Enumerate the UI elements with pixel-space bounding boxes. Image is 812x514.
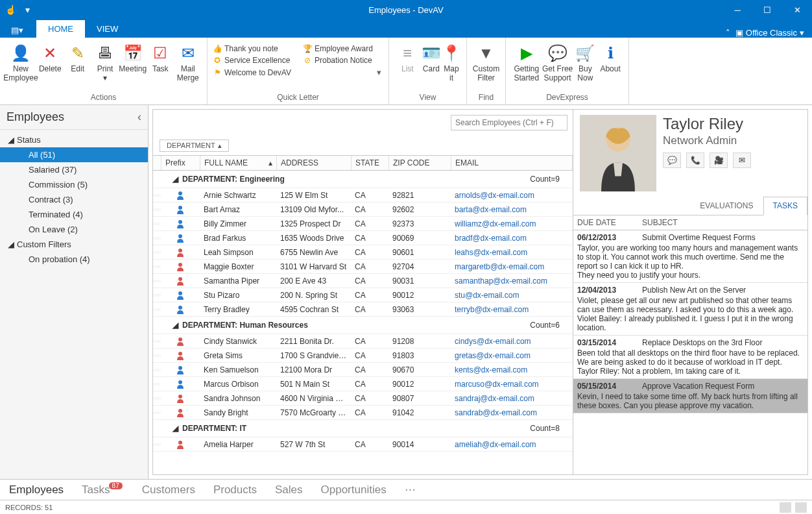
custom-filter-button[interactable]: ▼Custom Filter xyxy=(472,42,500,83)
table-row[interactable]: Brad Farkus1635 Woods DriveCA90069bradf@… xyxy=(153,231,573,245)
qat-dropdown-icon[interactable]: ▾ xyxy=(21,3,34,16)
prefix-icon xyxy=(161,232,200,244)
tab-home[interactable]: HOME xyxy=(36,20,85,38)
quick-letter-thank-you[interactable]: 👍Thank you note xyxy=(213,44,291,53)
video-button[interactable]: 🎥 xyxy=(710,153,728,168)
meeting-button[interactable]: 📅Meeting xyxy=(119,42,147,74)
prefix-icon xyxy=(161,363,200,376)
task-col-due[interactable]: DUE DATE xyxy=(573,215,638,230)
about-button[interactable]: ℹAbout xyxy=(597,42,623,74)
print-button[interactable]: 🖶Print▾ xyxy=(91,42,119,83)
minimize-button[interactable]: ─ xyxy=(722,0,752,19)
tab-evaluations[interactable]: EVALUATIONS xyxy=(690,197,763,215)
layout-view-button-1[interactable] xyxy=(780,502,791,513)
nav-group-status[interactable]: ◢Status xyxy=(0,132,148,147)
grid-body[interactable]: ◢DEPARTMENT: EngineeringCount=9Arnie Sch… xyxy=(153,171,573,474)
mail-merge-button[interactable]: ✉Mail Merge xyxy=(174,42,202,83)
layout-view-button-2[interactable] xyxy=(795,502,807,513)
svg-point-9 xyxy=(178,337,182,341)
quick-letter-welcome[interactable]: ⚑Welcome to DevAV xyxy=(213,67,361,77)
buy-now-button[interactable]: 🛒Buy Now xyxy=(573,42,597,83)
svg-point-14 xyxy=(178,409,182,413)
email-button[interactable]: ✉ xyxy=(733,153,751,168)
group-by-cell[interactable]: DEPARTMENT▴ xyxy=(160,140,229,152)
tab-view[interactable]: VIEW xyxy=(85,20,130,38)
table-row[interactable]: Bart Arnaz13109 Old Myfor...CA92602barta… xyxy=(153,202,573,217)
table-row[interactable]: Terry Bradley4595 Cochran StCA93063terry… xyxy=(153,302,573,317)
quick-letter-expand-icon[interactable]: ▾ xyxy=(372,67,381,77)
task-col-subject[interactable]: SUBJECT xyxy=(638,215,807,230)
nav-products[interactable]: Products xyxy=(213,483,257,496)
table-row[interactable]: Amelia Harper527 W 7th StCA90014ameliah@… xyxy=(153,437,573,452)
col-zip[interactable]: ZIP CODE xyxy=(389,156,451,170)
search-input[interactable] xyxy=(451,115,567,130)
col-fullname[interactable]: FULL NAME ▴ xyxy=(200,156,277,170)
task-item[interactable]: 12/04/2013Publish New Art on the ServerV… xyxy=(573,283,807,336)
task-button[interactable]: ☑Task xyxy=(147,42,174,74)
chat-button[interactable]: 💬 xyxy=(663,153,681,168)
nav-item[interactable]: Commission (5) xyxy=(0,177,148,192)
file-menu-button[interactable]: ▤▾ xyxy=(3,22,31,38)
group-row[interactable]: ◢DEPARTMENT: Human ResourcesCount=6 xyxy=(153,317,573,334)
col-prefix[interactable]: Prefix xyxy=(161,156,200,170)
nav-item[interactable]: On probation (4) xyxy=(0,252,148,267)
nav-item[interactable]: Terminated (4) xyxy=(0,207,148,222)
ribbon-collapse-icon[interactable]: ˄ xyxy=(726,28,730,38)
nav-customers[interactable]: Customers xyxy=(142,483,195,496)
nav-more-icon[interactable]: ⋯ xyxy=(405,483,416,496)
task-item[interactable]: 05/15/2014Approve Vacation Request FormK… xyxy=(573,379,807,413)
maximize-button[interactable]: ☐ xyxy=(752,0,782,19)
task-item[interactable]: 03/15/2014Replace Desktops on the 3rd Fl… xyxy=(573,336,807,379)
view-card-button[interactable]: 🪪Card xyxy=(421,42,442,74)
group-row[interactable]: ◢DEPARTMENT: ITCount=8 xyxy=(153,420,573,437)
view-map-button[interactable]: 📍Map it xyxy=(442,42,461,83)
table-row[interactable]: Ken Samuelson12100 Mora DrCA90670kents@d… xyxy=(153,363,573,377)
view-list-button[interactable]: ≡List xyxy=(394,42,421,74)
close-button[interactable]: ✕ xyxy=(782,0,812,19)
quick-letter-probation[interactable]: ⊘Probation Notice xyxy=(303,56,381,65)
table-row[interactable]: Sandra Johnson4600 N Virginia Rd.CA90807… xyxy=(153,391,573,406)
table-row[interactable]: Greta Sims1700 S Grandview...CA91803gret… xyxy=(153,349,573,363)
col-email[interactable]: EMAIL xyxy=(451,156,573,170)
nav-item[interactable]: All (51) xyxy=(0,147,148,162)
nav-opportunities[interactable]: Opportunities xyxy=(321,483,387,496)
theme-selector[interactable]: ▣ Office Classic ▾ xyxy=(735,28,804,38)
tab-tasks[interactable]: TASKS xyxy=(763,197,807,215)
group-row[interactable]: ◢DEPARTMENT: EngineeringCount=9 xyxy=(153,171,573,188)
nav-employees[interactable]: Employees xyxy=(9,483,64,496)
nav-item[interactable]: Contract (3) xyxy=(0,192,148,207)
col-state[interactable]: STATE xyxy=(352,156,389,170)
table-row[interactable]: Samantha Piper200 E Ave 43CA90031samanth… xyxy=(153,274,573,288)
quick-letter-gallery[interactable]: 👍Thank you note 🏆Employee Award ✪Service… xyxy=(213,42,381,77)
table-row[interactable]: Cindy Stanwick2211 Bonita Dr.CA91208cind… xyxy=(153,334,573,349)
nav-collapse-icon[interactable]: ‹ xyxy=(137,110,141,124)
table-row[interactable]: Billy Zimmer1325 Prospect DrCA92373willi… xyxy=(153,217,573,231)
table-row[interactable]: Arnie Schwartz125 W Elm StCA92821arnolds… xyxy=(153,188,573,202)
nav-group-custom[interactable]: ◢Custom Filters xyxy=(0,237,148,252)
nav-item[interactable]: Salaried (37) xyxy=(0,162,148,177)
call-button[interactable]: 📞 xyxy=(686,153,704,168)
table-row[interactable]: Sandy Bright7570 McGroarty TerCA91042san… xyxy=(153,406,573,420)
task-item[interactable]: 06/12/2013Submit Overtime Request FormsT… xyxy=(573,230,807,283)
nav-item[interactable]: On Leave (2) xyxy=(0,222,148,237)
new-employee-button[interactable]: 👤New Employee xyxy=(5,42,36,83)
table-row[interactable]: Marcus Orbison501 N Main StCA90012marcus… xyxy=(153,377,573,391)
col-address[interactable]: ADDRESS xyxy=(277,156,352,170)
window-title: Employees - DevAV xyxy=(368,5,443,15)
quick-letter-award[interactable]: 🏆Employee Award xyxy=(303,44,381,53)
table-row[interactable]: Maggie Boxter3101 W Harvard StCA92704mar… xyxy=(153,260,573,274)
bottom-nav: Employees Tasks87 Customers Products Sal… xyxy=(0,479,812,500)
quick-letter-service[interactable]: ✪Service Excellence xyxy=(213,56,291,65)
prefix-icon xyxy=(161,335,200,347)
getting-started-button[interactable]: ▶Getting Started xyxy=(511,42,542,83)
nav-sales[interactable]: Sales xyxy=(275,483,303,496)
table-row[interactable]: Stu Pizaro200 N. Spring StCA90012stu@dx-… xyxy=(153,288,573,302)
edit-button[interactable]: ✎Edit xyxy=(64,42,91,74)
delete-button[interactable]: ✕Delete xyxy=(36,42,64,74)
svg-point-8 xyxy=(178,306,182,310)
table-row[interactable]: Leah Simpson6755 Newlin AveCA90601leahs@… xyxy=(153,245,573,260)
nav-tasks[interactable]: Tasks87 xyxy=(82,483,124,496)
get-support-button[interactable]: 💬Get Free Support xyxy=(542,42,573,83)
tasks-list[interactable]: 06/12/2013Submit Overtime Request FormsT… xyxy=(573,230,807,474)
svg-point-1 xyxy=(178,206,182,210)
